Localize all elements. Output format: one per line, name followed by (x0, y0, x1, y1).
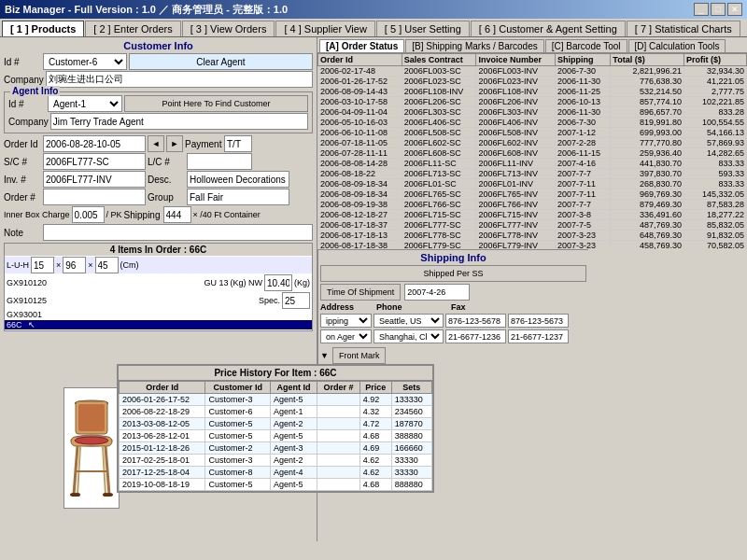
table-row[interactable]: 2006-04-09-11-042006FL303-SC2006FL303-IN… (318, 107, 747, 118)
shipping-type-select[interactable]: ipping (320, 314, 372, 328)
order-num-input[interactable] (43, 189, 146, 205)
table-row[interactable]: 2006-08-17-18-132006FL778-SC2006FL778-IN… (318, 231, 747, 241)
tab-customer-agent[interactable]: [ 6 ] Customer & Agent Setting (471, 21, 626, 36)
tab-shipping-marks[interactable]: [B] Shipping Marks / Barcodes (405, 39, 544, 52)
table-row[interactable]: 2006-07-18-11-052006FL602-SC2006FL602-IN… (318, 138, 747, 148)
agent-city-select[interactable]: Shanghai, China (374, 329, 444, 343)
order-next-button[interactable]: ► (166, 135, 183, 152)
table-row[interactable]: 2006-08-17-18-382006FL779-SC2006FL779-IN… (318, 241, 747, 250)
agent-id-select[interactable]: Agent-1 (48, 95, 122, 112)
table-row[interactable]: 2006-02-17-482006FL003-SC2006FL003-INV20… (318, 66, 747, 77)
tab-enter-orders[interactable]: [ 2 ] Enter Orders (85, 21, 180, 36)
shipping-fax-1[interactable] (508, 314, 569, 328)
table-cell: 2007-2-28 (555, 138, 610, 148)
tab-barcode-tool[interactable]: [C] Barcode Tool (545, 39, 627, 52)
price-history-popup: Price History For Item : 66C Order Id Cu… (117, 364, 434, 493)
table-cell: 2006-02-17-48 (318, 66, 402, 77)
note-input[interactable] (43, 224, 313, 241)
order-group-row: Order # Group (2, 189, 315, 205)
table-cell: 2006-08-09-19-38 (318, 200, 402, 210)
shipping-city-select[interactable]: Seattle, US (374, 314, 444, 328)
table-row[interactable]: 2006-08-17-18-372006FL777-SC2006FL777-IN… (318, 220, 747, 231)
shipment-date-input[interactable] (404, 284, 470, 301)
agent-company-input[interactable] (50, 113, 308, 130)
price-row[interactable]: 2017-02-25-18-01Customer-3Agent-24.62333… (120, 455, 432, 467)
price-row[interactable]: 2017-12-25-18-04Customer-8Agent-44.62333… (120, 467, 432, 479)
agent-type-select[interactable]: on Agent (320, 329, 372, 343)
price-cell (317, 467, 360, 479)
spec-input[interactable] (282, 292, 310, 309)
inv-input[interactable] (43, 171, 146, 188)
tab-order-status[interactable]: [A] Order Status (319, 39, 404, 52)
point-here-button[interactable]: Point Here To Find Customer (124, 95, 308, 112)
table-cell: 2006-07-28-11-11 (318, 148, 402, 159)
tab-statistical[interactable]: [ 7 ] Statistical Charts (627, 21, 740, 36)
table-row[interactable]: 2006-05-10-16-032006FL406-SC2006FL406-IN… (318, 118, 747, 128)
minimize-button[interactable]: _ (694, 3, 709, 16)
luh-l[interactable] (31, 257, 54, 273)
table-cell: 2006FL01-SC (402, 179, 476, 189)
table-cell: 2006FL003-SC (402, 66, 476, 77)
time-of-shipment-button[interactable]: Time Of Shipment (320, 284, 401, 301)
order-prev-button[interactable]: ◄ (148, 135, 164, 152)
table-cell: 2006FL11-INV (476, 159, 555, 169)
table-cell: 2006FL508-SC (402, 128, 476, 138)
price-row[interactable]: 2013-03-08-12-05Customer-5Agent-24.72187… (120, 418, 432, 430)
tab-products[interactable]: [ 1 ] Products (2, 21, 84, 36)
table-cell: 2006-08-12-18-27 (318, 210, 402, 220)
shipped-per-ss-button[interactable]: Shipped Per SS (320, 265, 586, 282)
maximize-button[interactable]: □ (711, 3, 726, 16)
table-row[interactable]: 2006-07-28-11-112006FL608-SC2006FL608-IN… (318, 148, 747, 159)
agent-company-label: Company (8, 117, 49, 127)
shipping-phone-1[interactable] (445, 314, 506, 328)
table-row[interactable]: 2006-01-26-17-522006FL023-SC2006FL023-IN… (318, 77, 747, 87)
group-input[interactable] (187, 189, 289, 205)
orders-scroll[interactable]: Order Id Sales Contract Invoice Number S… (317, 53, 747, 249)
item-id-1: GX910120 (7, 278, 47, 287)
front-mark-button[interactable]: Front Mark (332, 347, 387, 364)
table-row[interactable]: 2006-06-10-11-082006FL508-SC2006FL508-IN… (318, 128, 747, 138)
item-id-4[interactable]: 66C (7, 320, 22, 329)
desc-input[interactable] (187, 171, 289, 188)
table-cell: 487,769.30 (611, 220, 684, 231)
inner-box-input[interactable] (72, 206, 105, 223)
table-row[interactable]: 2006-08-12-18-272006FL715-SC2006FL715-IN… (318, 210, 747, 220)
price-row[interactable]: 2006-08-22-18-29Customer-6Agent-14.32234… (120, 406, 432, 418)
luh-u[interactable] (63, 257, 86, 273)
price-row[interactable]: 2015-01-12-18-26Customer-2Agent-34.69166… (120, 442, 432, 455)
table-cell: 397,830.70 (611, 169, 684, 179)
customer-info-header: Customer Info (2, 39, 315, 52)
agent-phone[interactable] (445, 329, 506, 343)
table-row[interactable]: 2006-08-09-14-432006FL108-INV2006FL108-I… (318, 87, 747, 97)
shipping-qty-input[interactable] (163, 206, 191, 223)
nw-input[interactable] (264, 274, 292, 291)
agent-fax[interactable] (508, 329, 569, 343)
agent-id-row: Id # Agent-1 Point Here To Find Customer (7, 95, 310, 112)
table-row[interactable]: 2006-08-09-18-342006FL01-SC2006FL01-INV2… (318, 179, 747, 189)
table-row[interactable]: 2006-08-09-18-342006FL765-SC2006FL765-IN… (318, 189, 747, 200)
table-row[interactable]: 2006-08-08-14-282006FL11-SC2006FL11-INV2… (318, 159, 747, 169)
price-row[interactable]: 2006-01-26-17-52Customer-3Agent-54.92133… (120, 394, 432, 406)
price-cell: Agent-1 (270, 406, 317, 418)
tab-supplier-view[interactable]: [ 4 ] Supplier View (275, 21, 374, 36)
luh-h[interactable] (95, 257, 119, 273)
payment-input[interactable] (224, 135, 252, 152)
table-row[interactable]: 2006-03-10-17-582006FL206-SC2006FL206-IN… (318, 97, 747, 107)
price-row[interactable]: 2013-06-28-12-01Customer-5Agent-54.68388… (120, 430, 432, 442)
table-cell: 18,277.22 (684, 210, 746, 220)
price-cell: 2006-01-26-17-52 (120, 394, 205, 406)
tab-calculation[interactable]: [D] Calculation Tools (628, 39, 726, 52)
tab-view-orders[interactable]: [ 3 ] View Orders (182, 21, 275, 36)
customer-id-select[interactable]: Customer-6 (43, 53, 127, 70)
table-row[interactable]: 2006-08-18-222006FL713-SC2006FL713-INV20… (318, 169, 747, 179)
tab-user-setting[interactable]: [ 5 ] User Setting (376, 21, 470, 36)
sc-input[interactable] (43, 153, 146, 170)
close-button[interactable]: ✕ (727, 3, 742, 16)
lc-input[interactable] (187, 153, 252, 170)
company-input[interactable] (46, 71, 313, 88)
table-cell: 441,830.70 (611, 159, 684, 169)
clear-agent-button[interactable]: Clear Agent (129, 53, 313, 70)
table-row[interactable]: 2006-08-09-19-382006FL766-SC2006FL766-IN… (318, 200, 747, 210)
order-id-input[interactable] (43, 135, 146, 152)
price-row[interactable]: 2019-10-08-18-19Customer-5Agent-54.68888… (120, 479, 432, 491)
